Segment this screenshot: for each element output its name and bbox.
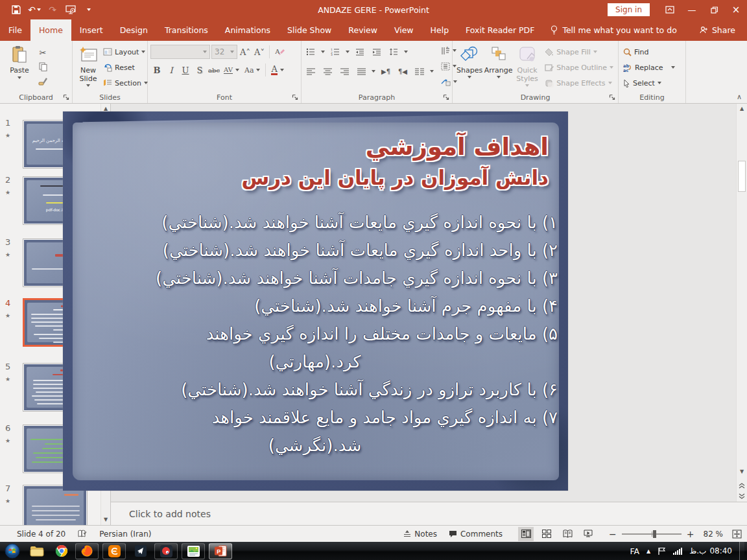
- tab-view[interactable]: View: [386, 19, 422, 41]
- zoom-in-button[interactable]: +: [687, 529, 694, 539]
- tab-insert[interactable]: Insert: [71, 19, 112, 41]
- undo-icon[interactable]: ↶: [27, 3, 42, 17]
- layout-button[interactable]: Layout: [101, 45, 150, 59]
- tab-transitions[interactable]: Transitions: [156, 19, 217, 41]
- align-right-icon[interactable]: [338, 65, 351, 78]
- rubika-icon[interactable]: 6: [154, 543, 178, 559]
- tab-design[interactable]: Design: [112, 19, 156, 41]
- tab-help[interactable]: Help: [422, 19, 458, 41]
- close-button[interactable]: ×: [725, 0, 747, 19]
- paragraph-dialog-launcher-icon[interactable]: [443, 94, 450, 101]
- shrink-font-button[interactable]: A˅: [253, 45, 266, 58]
- share-button[interactable]: Share: [688, 19, 747, 41]
- tab-home[interactable]: Home: [30, 19, 71, 41]
- next-slide-icon[interactable]: [737, 493, 747, 499]
- scroll-up-icon[interactable]: ▲: [101, 106, 110, 111]
- numbering-icon[interactable]: 123: [329, 45, 342, 58]
- font-color-button[interactable]: A: [269, 63, 285, 77]
- italic-button[interactable]: I: [165, 64, 178, 76]
- zoom-level[interactable]: 82 %: [704, 530, 724, 539]
- previous-slide-icon[interactable]: [737, 483, 747, 489]
- hidden-icons-chevron[interactable]: ▲: [646, 548, 650, 554]
- change-case-button[interactable]: Aa: [243, 63, 263, 77]
- zoom-slider-thumb[interactable]: [653, 530, 656, 538]
- find-button[interactable]: Find: [621, 45, 677, 59]
- notes-toggle[interactable]: Notes: [403, 530, 437, 539]
- columns-icon[interactable]: [413, 65, 426, 78]
- ltr-direction-icon[interactable]: ▶¶: [379, 65, 392, 78]
- customize-qat-icon[interactable]: [82, 3, 96, 17]
- bullets-icon[interactable]: [304, 45, 317, 58]
- font-size-select[interactable]: 32: [211, 45, 237, 59]
- cut-icon[interactable]: ✂: [36, 46, 49, 59]
- start-from-beginning-icon[interactable]: [64, 3, 78, 17]
- section-button[interactable]: Section: [101, 76, 150, 90]
- font-dialog-launcher-icon[interactable]: [292, 94, 299, 101]
- comments-toggle[interactable]: Comments: [449, 530, 503, 539]
- slide-canvas[interactable]: اهداف آموزشي دانش آموزان در پايان اين در…: [63, 111, 568, 491]
- firefox-icon[interactable]: [75, 543, 99, 559]
- language-indicator[interactable]: Persian (Iran): [99, 530, 151, 539]
- minimize-button[interactable]: —: [681, 0, 703, 19]
- action-center-flag-icon[interactable]: [658, 547, 666, 555]
- tab-animations[interactable]: Animations: [217, 19, 279, 41]
- sign-in-button[interactable]: Sign in: [608, 3, 650, 16]
- fit-to-window-icon[interactable]: [732, 530, 742, 539]
- language-fa-indicator[interactable]: FA: [630, 546, 639, 556]
- justify-icon[interactable]: [355, 65, 368, 78]
- shapes-button[interactable]: Shapes: [455, 43, 484, 92]
- zoom-slider[interactable]: [622, 533, 682, 535]
- align-center-icon[interactable]: [321, 65, 334, 78]
- reading-view-button[interactable]: [560, 527, 575, 541]
- tab-foxit-reader-pdf[interactable]: Foxit Reader PDF: [457, 19, 543, 41]
- replace-button[interactable]: abac Replace: [621, 60, 677, 75]
- clipboard-dialog-launcher-icon[interactable]: [63, 94, 70, 101]
- grow-font-button[interactable]: A˄: [239, 45, 252, 58]
- powerpoint-taskbar-icon[interactable]: P: [209, 543, 232, 559]
- format-painter-icon[interactable]: [36, 75, 49, 88]
- reset-button[interactable]: Reset: [101, 60, 150, 75]
- font-name-select[interactable]: [150, 45, 210, 59]
- chrome-icon[interactable]: [52, 542, 71, 559]
- scroll-down-icon[interactable]: ▼: [101, 517, 110, 522]
- clear-formatting-icon[interactable]: A: [273, 45, 286, 58]
- tab-review[interactable]: Review: [340, 19, 386, 41]
- notes-placeholder[interactable]: Click to add notes: [129, 509, 211, 519]
- drawing-dialog-launcher-icon[interactable]: [609, 94, 616, 101]
- text-shadow-button[interactable]: S: [193, 64, 206, 76]
- slide-show-view-button[interactable]: [580, 527, 596, 541]
- decrease-indent-icon[interactable]: [353, 45, 366, 58]
- increase-indent-icon[interactable]: [370, 45, 383, 58]
- show-desktop-button[interactable]: [739, 542, 744, 560]
- rtl-direction-icon[interactable]: ¶◀: [396, 65, 409, 78]
- slide-title[interactable]: اهداف آموزشي دانش آموزان در پايان اين در…: [241, 131, 549, 192]
- slide-thumbnail-7[interactable]: [23, 485, 88, 525]
- clock[interactable]: ب.ظ 08:40: [689, 546, 732, 555]
- underline-button[interactable]: U: [179, 64, 192, 76]
- spell-check-icon[interactable]: [77, 530, 88, 539]
- align-left-icon[interactable]: [304, 65, 317, 78]
- start-button[interactable]: [3, 542, 22, 559]
- network-signal-icon[interactable]: [673, 548, 682, 555]
- tell-me-box[interactable]: Tell me what you want to do: [543, 19, 684, 41]
- new-slide-button[interactable]: New Slide: [75, 43, 101, 92]
- editor-scrollbar[interactable]: ▲ ▼: [736, 104, 747, 525]
- slide-counter[interactable]: Slide 4 of 20: [17, 530, 65, 539]
- select-button[interactable]: Select: [621, 76, 677, 90]
- zoom-out-button[interactable]: −: [609, 529, 617, 539]
- file-explorer-icon[interactable]: [27, 542, 47, 559]
- restore-button[interactable]: [703, 0, 725, 19]
- arrange-button[interactable]: Arrange: [484, 43, 512, 92]
- paste-button[interactable]: Paste: [3, 43, 36, 92]
- notes-pane[interactable]: Click to add notes: [111, 502, 747, 525]
- collapse-ribbon-icon[interactable]: ∧: [737, 93, 742, 101]
- tab-file[interactable]: File: [0, 19, 30, 41]
- send-app-icon[interactable]: [131, 542, 150, 559]
- normal-view-button[interactable]: [518, 527, 534, 541]
- eitaa-icon[interactable]: [102, 543, 126, 559]
- ribbon-display-options-icon[interactable]: [659, 0, 681, 19]
- save-icon[interactable]: [9, 3, 23, 17]
- scroll-down-icon[interactable]: ▼: [737, 469, 747, 474]
- strikethrough-button[interactable]: abc: [208, 64, 220, 76]
- slide-body-text[interactable]: ۱) با نحوه اندازه گيري مايعات آشنا خواهن…: [72, 209, 558, 460]
